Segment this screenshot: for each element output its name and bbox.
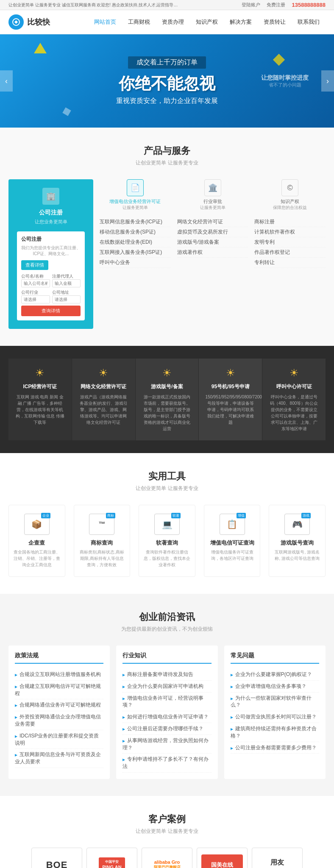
login-link[interactable]: 登陆账户 [242, 2, 260, 8]
banner-next[interactable]: › [321, 70, 334, 92]
banner-brand-text: 让您随时掌控进度 [261, 74, 309, 82]
form-item-agent: 注册代理人 [52, 273, 81, 287]
form-input-name[interactable] [21, 279, 50, 287]
news-item-f4[interactable]: 公司做营业执照多长时间可以注册？ [231, 711, 319, 723]
list-item-culture[interactable]: 网络文化经营许可证 [177, 217, 248, 227]
tool-game-badge: 游戏 [301, 513, 311, 518]
news-item-1[interactable]: 合规设立互联网站注册增值服务机构 [15, 669, 103, 681]
header: 比较快 网站首页 工商财税 资质办理 知识产权 解决方案 资质转让 联系我们 [0, 10, 334, 34]
news-item-i6[interactable]: 从事网络游戏经营，营业执照如何办理？ [122, 735, 211, 754]
tool-telecom-title: 增值电信可证查询 [209, 539, 256, 547]
form-item-address: 公司地址 [52, 289, 81, 303]
news-item-i5[interactable]: 公司注册后还需要办理哪些手续？ [122, 723, 211, 735]
news-item-i4[interactable]: 如何进行增值电信业务许可证申请？ [122, 711, 211, 723]
list-item-works[interactable]: 作品著作权登记 [254, 248, 326, 258]
dark-section: ☀ ICP经营许可证 互联网 游戏 电商 新闻 金融 广播 广告等，多种经营，在… [0, 346, 334, 453]
client-yonyou: 用友 yonyou 用友软件 查看客户案例 [252, 848, 303, 868]
dark-card-culture-title: 网络文化经营许可证 [78, 383, 129, 390]
dark-card-game-icon: ☀ [142, 367, 192, 379]
btn-query[interactable]: 查询详情 [21, 306, 81, 316]
nav-solutions[interactable]: 解决方案 [224, 15, 258, 29]
dark-card-95-title: 95号机/95号申请 [205, 383, 256, 390]
banner-prev[interactable]: ‹ [0, 70, 13, 92]
list-item-game-num[interactable]: 游戏版号/游戏备案 [177, 237, 248, 248]
news-item-f1[interactable]: 企业为什么要建掌握P(O)购权证？ [231, 669, 319, 681]
product-tab-telecom[interactable]: 📄 增值电信业务经营许可证 让服务更简单 [100, 179, 171, 211]
tool-enterprise-title: 企查查 [13, 539, 61, 547]
tool-telecom[interactable]: 📋 增值 增值电信可证查询 增值电信服务许可证查询，各地区许可证查询 [204, 505, 261, 577]
list-item-software[interactable]: 计算机软件著作权 [254, 227, 326, 237]
btn-detail[interactable]: 查看详情 [21, 260, 48, 270]
dark-card-game[interactable]: ☀ 游戏版号/备案 游一款游戏正式投放国内市场前，需要获批版号。版号，是主管部门… [136, 359, 199, 440]
product-left-title: 公司注册 [17, 209, 85, 217]
tool-game[interactable]: 🎮 游戏 游戏版号查询 互联网游戏版号, 游戏名称, 游戏公司等信息查询 [269, 505, 326, 577]
client-alibaba-logo: alibaba Gro 阿里巴巴旗舰店 [146, 854, 188, 868]
form-label-industry: 公司行业 [21, 289, 50, 295]
nav-qualification[interactable]: 资质办理 [156, 15, 190, 29]
news-item-f3[interactable]: 为什么一些软著国家对软件审查什么？ [231, 693, 319, 712]
client-alibaba: alibaba Gro 阿里巴巴旗舰店 阿里巴巴 查看客户案例 [142, 848, 192, 868]
tools-section: 实用工具 让创业更简单 让服务更专业 📦 企业 企查查 查全国各地的工商注册、注… [0, 453, 334, 594]
tool-software[interactable]: 💻 软著 软著查询 查询软件著作权注册信息，版权信息，查找本企业著作权 [139, 505, 195, 577]
client-boe-logo: BOE [36, 854, 78, 868]
form-item-name: 公司名/名称 [21, 273, 50, 287]
product-tab-telecom-sub: 让服务更简单 [100, 205, 171, 211]
news-item-4[interactable]: 外资投资网络通信企业办理增值电信业务需要 [15, 711, 103, 730]
banner-content: 成交着上千万的订单 你绝不能忽视 重视资质安全，助力企业百年发展 [116, 56, 218, 106]
news-item-3[interactable]: 合规网络通信业务许可证可解绝规程 [15, 699, 103, 711]
list-item-patent-transfer[interactable]: 专利转让 [254, 258, 326, 268]
news-item-i3[interactable]: 增值电信业务许可证，经营说明事项？ [122, 693, 211, 712]
banner-deco1 [34, 43, 47, 53]
tool-enterprise[interactable]: 📦 企业 企查查 查全国各地的工商注册、注销、吊销、注册等，查询企业工商信息 [8, 505, 65, 577]
dark-card-icp[interactable]: ☀ ICP经营许可证 互联网 游戏 电商 新闻 金融 广播 广告等，多种经营，在… [8, 359, 72, 440]
news-title: 创业前沿资讯 [8, 611, 326, 623]
register-link[interactable]: 免费注册 [267, 2, 285, 8]
list-item-callcenter[interactable]: 呼叫中心业务 [100, 258, 171, 268]
banner: ‹ 成交着上千万的订单 你绝不能忽视 重视资质安全，助力企业百年发展 让您随时掌… [0, 34, 334, 128]
product-left-content-desc: 我们为您提供专业的工商注册、ICP证、网络文化... [21, 245, 81, 257]
news-item-f2[interactable]: 企业申请增值电信业务多事项？ [231, 681, 319, 693]
nav-contact[interactable]: 联系我们 [292, 15, 326, 29]
list-item-icp[interactable]: 互联网信息服务业务(ICP证) [100, 217, 171, 227]
news-item-i1[interactable]: 商标注册备案申请待发及知告 [122, 669, 211, 681]
news-item-6[interactable]: 互联网新闻信息业务与许可资质及企业人员要求 [15, 749, 103, 768]
list-item-game-ip[interactable]: 游戏著作权 [177, 248, 248, 258]
tool-telecom-icon: 📋 增值 [220, 514, 245, 535]
dark-card-95[interactable]: ☀ 95号机/95号申请 150/951/952/95/95/0800/7200… [199, 359, 262, 440]
nav-business[interactable]: 工商财税 [122, 15, 156, 29]
tool-game-title: 游戏版号查询 [273, 539, 321, 547]
product-tab-industry-label: 行业审批 [177, 198, 248, 205]
news-item-i7[interactable]: 专利申请维持不了多长不了？有何办法 [122, 754, 211, 773]
product-tab-ip[interactable]: © 知识产权 保障您的合法权益 [254, 179, 326, 211]
dark-card-icp-title: ICP经营许可证 [15, 383, 65, 390]
list-item-virtual[interactable]: 虚拟货币及交易所发行 [177, 227, 248, 237]
list-item-patent[interactable]: 发明专利 [254, 237, 326, 248]
news-item-2[interactable]: 合规建立互联网电信许可证可解绝规程 [15, 681, 103, 700]
tool-trademark[interactable]: ™ 商标 商标查询 商标类别,商标状态,商标期限,商标持有人等信息查询，方便有效 [74, 505, 131, 577]
main-nav: 网站首页 工商财税 资质办理 知识产权 解决方案 资质转让 联系我们 [88, 15, 326, 29]
banner-tag: 成交着上千万的订单 [128, 56, 206, 69]
form-input-address[interactable] [52, 295, 81, 303]
form-input-industry[interactable] [21, 295, 50, 303]
nav-ip[interactable]: 知识产权 [190, 15, 224, 29]
news-item-f5[interactable]: 建筑商经持续还需持有多种资质才合格？ [231, 723, 319, 742]
news-section: 创业前沿资讯 为您提供最新的创业资讯，不为创业烦恼 政策法规 合规设立互联网站注… [0, 594, 334, 796]
list-item-isp[interactable]: 互联网接入服务业务(ISP证) [100, 248, 171, 258]
dark-card-callcenter[interactable]: ☀ 呼叫中心许可证 呼叫中心业务，是通过号码（400、800等）向公众提供的业务… [262, 359, 326, 440]
news-item-i2[interactable]: 企业为什么要向国家许可申请机构 [122, 681, 211, 693]
tool-telecom-badge: 增值 [237, 513, 246, 518]
news-item-f6[interactable]: 公司注册业务都需要需要多少费用？ [231, 742, 319, 754]
list-item-sp[interactable]: 移动信息服务业务(SP证) [100, 227, 171, 237]
list-item-trademark[interactable]: 商标注册 [254, 217, 326, 227]
product-tab-industry[interactable]: 🏛️ 行业审批 让服务更简单 [177, 179, 248, 211]
news-item-5[interactable]: IDC/ISP业务的注册要求和提交资质说明 [15, 730, 103, 749]
dark-card-culture[interactable]: ☀ 网络文化经营许可证 游戏产品（游戏类网络服务器业务)的发行、游戏引擎、游戏产… [72, 359, 135, 440]
banner-subtitle: 重视资质安全，助力企业百年发展 [116, 97, 218, 106]
list-item-edi[interactable]: 在线数据处理业务(EDI) [100, 237, 171, 248]
tools-title: 实用工具 [8, 470, 326, 483]
nav-home[interactable]: 网站首页 [88, 15, 122, 29]
dark-card-game-desc: 游一款游戏正式投放国内市场前，需要获批版号。版号，是主管部门授予游戏的唯一标识，… [142, 394, 192, 432]
banner-deco3 [62, 107, 71, 116]
form-input-agent[interactable] [52, 279, 81, 287]
nav-transfer[interactable]: 资质转让 [258, 15, 292, 29]
